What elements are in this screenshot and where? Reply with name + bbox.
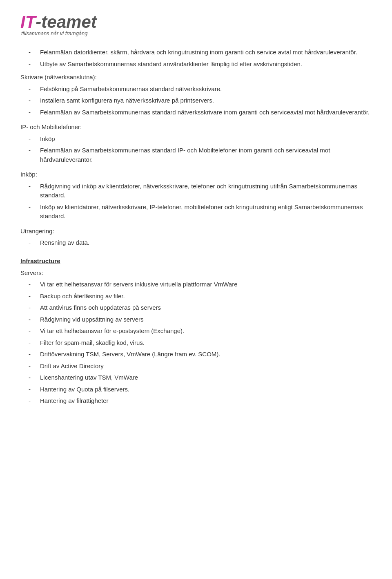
inkop-list: -Rådgivning vid inköp av klientdatorer, …	[20, 182, 372, 221]
item-text: Rådgivning vid uppsättning av servers	[40, 315, 372, 324]
list-item: -Inköp av klientdatorer, nätverksskrivar…	[20, 203, 372, 221]
list-item: -Rådgivning vid inköp av klientdatorer, …	[20, 182, 372, 200]
logo: IT-teamet	[20, 12, 372, 32]
item-text: Backup och återläsning av filer.	[40, 292, 372, 301]
ip-section: IP- och Mobiltelefoner: -Inköp-Felanmäla…	[20, 123, 372, 164]
list-item: -Felanmälan av Samarbetskommunernas stan…	[20, 146, 372, 164]
skrivare-list: -Felsökning på Samarbetskommunernas stan…	[20, 85, 372, 117]
logo-it: IT	[20, 12, 36, 32]
dash-icon: -	[29, 396, 40, 406]
ip-label: IP- och Mobiltelefoner:	[20, 123, 372, 132]
utrangering-section: Utrangering: -Rensning av data.	[20, 227, 372, 248]
item-text: Hantering av Quota på filservers.	[40, 385, 372, 394]
item-text: Rensning av data.	[40, 238, 372, 248]
skrivare-section: Skrivare (nätverksanslutna): -Felsökning…	[20, 73, 372, 117]
dash-icon: -	[29, 373, 40, 382]
dash-icon: -	[29, 238, 40, 248]
item-text: Installera samt konfigurera nya nätverks…	[40, 96, 372, 105]
list-item: -Drift av Active Directory	[20, 362, 372, 371]
item-text: Hantering av filrättigheter	[40, 396, 372, 406]
list-item: -Felanmälan av Samarbetskommunernas stan…	[20, 108, 372, 117]
servers-label: Servers:	[20, 268, 372, 278]
dash-icon: -	[29, 85, 40, 94]
list-item: -Driftövervakning TSM, Servers, VmWare (…	[20, 350, 372, 359]
list-item: -Rensning av data.	[20, 238, 372, 248]
item-text: Inköp	[40, 134, 372, 144]
item-text: Driftövervakning TSM, Servers, VmWare (L…	[40, 350, 372, 359]
tagline: tillsammans når vi framgång	[21, 30, 372, 36]
dash-icon: -	[29, 385, 40, 394]
servers-section: Servers: -Vi tar ett helhetsansvar för s…	[20, 268, 372, 406]
item-text: Felanmälan datorklienter, skärm, hårdvar…	[40, 48, 372, 57]
utrangering-label: Utrangering:	[20, 227, 372, 236]
list-item: -Vi tar ett helhetsansvar för servers in…	[20, 280, 372, 289]
dash-icon: -	[29, 108, 40, 117]
list-item: -Backup och återläsning av filer.	[20, 292, 372, 301]
item-text: Vi tar ett helhetsansvar för servers ink…	[40, 280, 372, 289]
dash-icon: -	[29, 338, 40, 348]
list-item: -Att antivirus finns och uppdateras på s…	[20, 303, 372, 313]
list-item: -Felsökning på Samarbetskommunernas stan…	[20, 85, 372, 94]
item-text: Felsökning på Samarbetskommunernas stand…	[40, 85, 372, 94]
item-text: Felanmälan av Samarbetskommunernas stand…	[40, 146, 372, 164]
content: -Felanmälan datorklienter, skärm, hårdva…	[20, 48, 372, 406]
item-text: Licenshantering utav TSM, VmWare	[40, 373, 372, 382]
list-item: -Licenshantering utav TSM, VmWare	[20, 373, 372, 382]
logo-dash: -	[36, 12, 41, 32]
ip-list: -Inköp-Felanmälan av Samarbetskommunerna…	[20, 134, 372, 165]
logo-teamet: teamet	[41, 12, 96, 32]
list-item: -Filter för spam-mail, skadlig kod, viru…	[20, 338, 372, 348]
inkop-label: Inköp:	[20, 170, 372, 179]
item-text: Filter för spam-mail, skadlig kod, virus…	[40, 338, 372, 348]
dash-icon: -	[29, 96, 40, 105]
dash-icon: -	[29, 182, 40, 191]
dash-icon: -	[29, 326, 40, 336]
item-text: Drift av Active Directory	[40, 362, 372, 371]
dash-icon: -	[29, 303, 40, 313]
list-item: -Vi tar ett helhetsansvar för e-postsyst…	[20, 326, 372, 336]
dash-icon: -	[29, 134, 40, 144]
list-item: -Inköp	[20, 134, 372, 144]
dash-icon: -	[29, 48, 40, 57]
servers-list: -Vi tar ett helhetsansvar för servers in…	[20, 280, 372, 406]
list-item: -Felanmälan datorklienter, skärm, hårdva…	[20, 48, 372, 57]
item-text: Inköp av klientdatorer, nätverksskrivare…	[40, 203, 372, 221]
dash-icon: -	[29, 146, 40, 155]
dash-icon: -	[29, 292, 40, 301]
list-item: -Rådgivning vid uppsättning av servers	[20, 315, 372, 324]
dash-icon: -	[29, 362, 40, 371]
list-item: -Hantering av filrättigheter	[20, 396, 372, 406]
dash-icon: -	[29, 203, 40, 212]
item-text: Felanmälan av Samarbetskommunernas stand…	[40, 108, 372, 117]
utrangering-list: -Rensning av data.	[20, 238, 372, 248]
dash-icon: -	[29, 60, 40, 69]
skrivare-label: Skrivare (nätverksanslutna):	[20, 73, 372, 82]
inkop-section: Inköp: -Rådgivning vid inköp av klientda…	[20, 170, 372, 221]
item-text: Utbyte av Samarbetskommunernas standard …	[40, 60, 372, 69]
list-item: -Utbyte av Samarbetskommunernas standard…	[20, 60, 372, 69]
item-text: Att antivirus finns och uppdateras på se…	[40, 303, 372, 313]
infrastructure-header: Infrastructure	[20, 257, 372, 264]
list-item: -Installera samt konfigurera nya nätverk…	[20, 96, 372, 105]
intro-bullet-list: -Felanmälan datorklienter, skärm, hårdva…	[20, 48, 372, 69]
header: IT-teamet tillsammans når vi framgång	[20, 12, 372, 36]
dash-icon: -	[29, 280, 40, 289]
item-text: Rådgivning vid inköp av klientdatorer, n…	[40, 182, 372, 200]
dash-icon: -	[29, 315, 40, 324]
list-item: -Hantering av Quota på filservers.	[20, 385, 372, 394]
item-text: Vi tar ett helhetsansvar för e-postsyste…	[40, 326, 372, 336]
dash-icon: -	[29, 350, 40, 359]
